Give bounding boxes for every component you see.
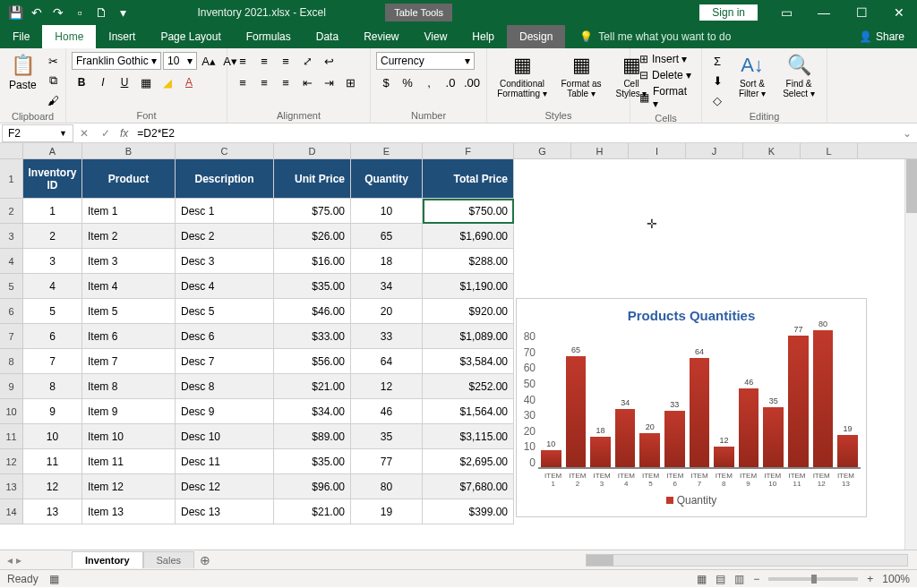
autosum-icon[interactable]: Σ (707, 52, 727, 70)
tab-page-layout[interactable]: Page Layout (148, 25, 233, 48)
cell[interactable]: Item 6 (82, 324, 176, 349)
column-header[interactable]: C (176, 143, 274, 158)
cell[interactable]: Desc 7 (176, 349, 274, 374)
row-header[interactable]: 10 (0, 399, 23, 424)
chart-bar[interactable]: 80 (813, 330, 834, 467)
qat-icon[interactable]: ▫ (70, 3, 90, 22)
zoom-level[interactable]: 100% (882, 573, 910, 585)
column-header[interactable]: F (423, 143, 514, 158)
bold-button[interactable]: B (72, 73, 91, 91)
maximize-icon[interactable]: ☐ (844, 0, 879, 25)
fill-icon[interactable]: ⬇ (707, 72, 727, 89)
column-header[interactable]: E (351, 143, 423, 158)
cell[interactable]: 80 (351, 474, 423, 499)
row-header[interactable]: 6 (0, 299, 23, 324)
cell[interactable]: $7,680.00 (423, 474, 514, 499)
cell[interactable]: 12 (351, 374, 423, 399)
table-header-cell[interactable]: Quantity (351, 159, 423, 199)
scrollbar-thumb[interactable] (587, 555, 613, 566)
increase-indent-icon[interactable]: ⇥ (319, 73, 339, 91)
horizontal-scrollbar[interactable] (216, 554, 917, 567)
conditional-formatting-button[interactable]: ▦Conditional Formatting ▾ (493, 52, 552, 100)
cell[interactable]: 10 (351, 199, 423, 224)
vertical-scrollbar[interactable] (904, 159, 917, 550)
view-normal-icon[interactable]: ▦ (697, 573, 707, 585)
merge-icon[interactable]: ⊞ (340, 73, 360, 91)
tab-design[interactable]: Design (507, 25, 565, 48)
find-select-button[interactable]: 🔍Find & Select ▾ (777, 52, 820, 100)
chart-bar[interactable]: 46 (739, 388, 759, 467)
minimize-icon[interactable]: — (806, 0, 842, 25)
row-header[interactable]: 14 (0, 499, 23, 524)
column-header[interactable]: D (274, 143, 351, 158)
cell[interactable]: Item 13 (82, 499, 176, 524)
cell[interactable]: 64 (351, 349, 423, 374)
increase-decimal-icon[interactable]: .0 (441, 73, 460, 91)
cell[interactable]: $35.00 (274, 274, 351, 299)
sheet-tab-sales[interactable]: Sales (143, 551, 195, 568)
cell[interactable]: Desc 8 (176, 374, 274, 399)
currency-icon[interactable]: $ (376, 73, 396, 91)
chart-bar[interactable]: 35 (763, 407, 784, 467)
align-right-icon[interactable]: ≡ (276, 73, 296, 91)
chart-bar[interactable]: 64 (690, 358, 710, 467)
formula-input[interactable]: =D2*E2 (132, 127, 897, 140)
increase-font-icon[interactable]: A▴ (199, 52, 219, 70)
italic-button[interactable]: I (93, 73, 113, 91)
cell[interactable]: Item 9 (82, 399, 176, 424)
sheet-nav-next-icon[interactable]: ▸ (16, 554, 21, 567)
tab-data[interactable]: Data (304, 25, 351, 48)
cell[interactable]: $3,115.00 (423, 424, 514, 449)
cell[interactable]: Item 8 (82, 374, 176, 399)
cell[interactable]: Item 4 (82, 274, 176, 299)
cell[interactable]: Item 5 (82, 299, 176, 324)
chart-bar[interactable]: 65 (566, 356, 587, 467)
cell[interactable]: Item 7 (82, 349, 176, 374)
tab-formulas[interactable]: Formulas (234, 25, 304, 48)
undo-icon[interactable]: ↶ (27, 3, 47, 22)
cell[interactable]: Item 10 (82, 424, 176, 449)
number-format-dropdown[interactable]: Currency▾ (376, 52, 475, 70)
worksheet-grid[interactable]: ABCDEFGHIJKL 1Inventory IDProductDescrip… (0, 143, 917, 550)
cell[interactable]: 6 (23, 324, 82, 349)
view-page-layout-icon[interactable]: ▤ (716, 573, 725, 585)
macro-record-icon[interactable]: ▦ (49, 573, 59, 585)
column-header[interactable]: H (571, 143, 629, 158)
cell[interactable]: $21.00 (274, 499, 351, 524)
cell[interactable]: 18 (351, 249, 423, 274)
clear-icon[interactable]: ◇ (707, 91, 727, 109)
chart-bar[interactable]: 12 (714, 447, 734, 467)
cell[interactable]: $26.00 (274, 224, 351, 249)
cell[interactable]: Desc 3 (176, 249, 274, 274)
cell[interactable]: 8 (23, 374, 82, 399)
scrollbar-thumb[interactable] (906, 159, 917, 213)
cell[interactable]: 77 (351, 449, 423, 474)
redo-icon[interactable]: ↷ (48, 3, 68, 22)
sheet-tab-inventory[interactable]: Inventory (72, 551, 143, 568)
tab-insert[interactable]: Insert (96, 25, 148, 48)
chart-bar[interactable]: 77 (788, 336, 809, 467)
chart-bar[interactable]: 34 (615, 409, 636, 467)
sort-filter-button[interactable]: A↓Sort & Filter ▾ (731, 52, 774, 100)
cell[interactable]: Desc 13 (176, 499, 274, 524)
cell[interactable]: $2,695.00 (423, 449, 514, 474)
orientation-icon[interactable]: ⤢ (297, 52, 317, 70)
table-header-cell[interactable]: Inventory ID (23, 159, 82, 199)
column-header[interactable]: A (23, 143, 82, 158)
table-header-cell[interactable]: Total Price (423, 159, 514, 199)
zoom-out-icon[interactable]: − (753, 573, 759, 585)
slider-thumb[interactable] (811, 575, 817, 584)
cell[interactable]: Item 1 (82, 199, 176, 224)
cell[interactable]: Desc 4 (176, 274, 274, 299)
cell[interactable]: 2 (23, 224, 82, 249)
new-sheet-button[interactable]: ⊕ (194, 553, 216, 567)
sheet-nav-prev-icon[interactable]: ◂ (7, 554, 13, 567)
column-header[interactable]: L (801, 143, 858, 158)
font-color-icon[interactable]: A (179, 73, 199, 91)
cell[interactable]: $89.00 (274, 424, 351, 449)
cell[interactable]: 9 (23, 399, 82, 424)
tab-view[interactable]: View (412, 25, 460, 48)
select-all-corner[interactable] (0, 143, 23, 158)
percent-icon[interactable]: % (398, 73, 417, 91)
align-top-icon[interactable]: ≡ (233, 52, 253, 70)
